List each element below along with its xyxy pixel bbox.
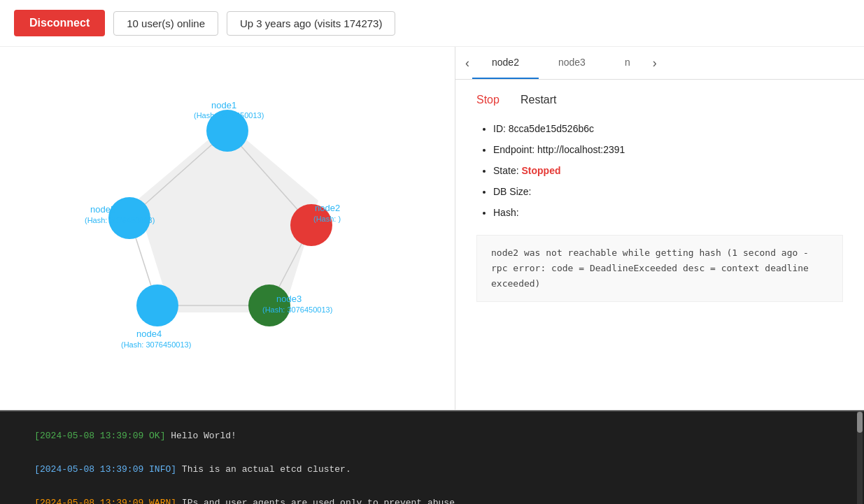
- online-status: 10 user(s) online: [113, 11, 218, 36]
- scrollbar[interactable]: [857, 412, 863, 504]
- log-time-1: [2024-05-08 13:39:09 OK]: [34, 431, 165, 441]
- log-time-2: [2024-05-08 13:39:09 INFO]: [34, 464, 176, 475]
- tabs-bar: ‹ node2 node3 n ›: [455, 47, 864, 80]
- log-line-3: [2024-05-08 13:39:09 WARN] IPs and user …: [13, 487, 851, 504]
- info-dbsize: DB Size:: [493, 182, 843, 201]
- svg-marker-0: [136, 124, 318, 312]
- log-time-3: [2024-05-08 13:39:09 WARN]: [34, 498, 176, 504]
- log-line-1: [2024-05-08 13:39:09 OK] Hello World!: [13, 420, 851, 452]
- restart-button[interactable]: Restart: [520, 94, 557, 106]
- node1-hash: (Hash: 3076450013): [194, 111, 264, 120]
- info-id: ID: 8cca5de15d526b6c: [493, 119, 843, 138]
- action-buttons: Stop Restart: [476, 94, 843, 106]
- dbsize-label: DB Size:: [493, 186, 531, 197]
- tab-next-button[interactable]: ›: [650, 50, 660, 76]
- tab-prev-button[interactable]: ‹: [462, 50, 472, 76]
- node4-circle[interactable]: [136, 285, 178, 326]
- node4-label: node4: [136, 329, 162, 339]
- id-value-text: 8cca5de15d526b6c: [509, 123, 594, 134]
- node3-hash: (Hash: 3076450013): [262, 305, 332, 314]
- log-line-2: [2024-05-08 13:39:09 INFO] This is an ac…: [13, 454, 851, 485]
- stop-button[interactable]: Stop: [476, 94, 500, 106]
- tab-node3[interactable]: node3: [539, 47, 605, 79]
- log-area[interactable]: [2024-05-08 13:39:09 OK] Hello World! [2…: [0, 410, 864, 504]
- state-label: State:: [493, 165, 519, 176]
- info-state: State: Stopped: [493, 161, 843, 180]
- endpoint-value-text: http://localhost:2391: [537, 144, 625, 155]
- network-graph: node1 (Hash: 3076450013) node2 (Hash: ) …: [52, 89, 402, 368]
- state-value-text: Stopped: [521, 165, 560, 176]
- disconnect-button[interactable]: Disconnect: [14, 10, 105, 36]
- right-panel: ‹ node2 node3 n › Stop Restart ID: 8cca5…: [455, 47, 864, 410]
- hash-label: Hash:: [493, 207, 519, 218]
- node5-hash: (Hash: 3076450013): [85, 216, 155, 224]
- log-msg-3: IPs and user agents are used only to pre…: [176, 498, 460, 504]
- node5-label: node5: [90, 204, 115, 215]
- error-message: node2 was not reachable while getting ha…: [476, 235, 843, 302]
- log-msg-1: Hello World!: [165, 431, 236, 441]
- node-info-list: ID: 8cca5de15d526b6c Endpoint: http://lo…: [476, 119, 843, 222]
- id-label: ID:: [493, 123, 506, 134]
- info-hash: Hash:: [493, 203, 843, 222]
- node3-label: node3: [276, 294, 302, 304]
- scrollbar-thumb[interactable]: [857, 412, 863, 433]
- graph-area: node1 (Hash: 3076450013) node2 (Hash: ) …: [0, 47, 455, 410]
- visit-info: Up 3 years ago (visits 174273): [227, 11, 395, 36]
- main-area: node1 (Hash: 3076450013) node2 (Hash: ) …: [0, 47, 864, 410]
- tab-node2[interactable]: node2: [472, 47, 539, 79]
- tab-more[interactable]: n: [605, 47, 650, 79]
- panel-content: Stop Restart ID: 8cca5de15d526b6c Endpoi…: [455, 80, 864, 410]
- node4-hash: (Hash: 3076450013): [121, 340, 191, 349]
- node1-label: node1: [211, 100, 236, 110]
- node2-hash: (Hash: ): [313, 215, 341, 223]
- endpoint-label: Endpoint:: [493, 144, 534, 155]
- log-msg-2: This is an actual etcd cluster.: [176, 464, 351, 475]
- topbar: Disconnect 10 user(s) online Up 3 years …: [0, 0, 864, 47]
- info-endpoint: Endpoint: http://localhost:2391: [493, 140, 843, 159]
- node2-label: node2: [315, 203, 340, 213]
